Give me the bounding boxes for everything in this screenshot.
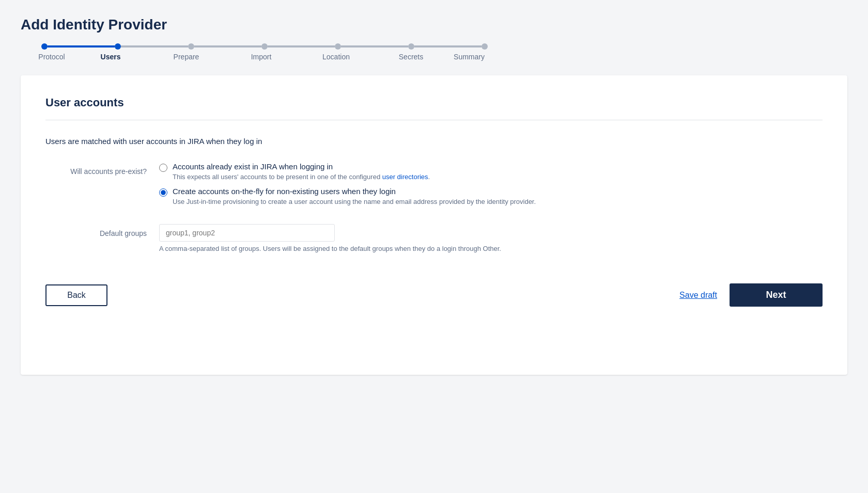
step-label-prepare: Prepare	[149, 53, 224, 61]
divider	[45, 120, 823, 120]
save-draft-button[interactable]: Save draft	[679, 285, 717, 305]
radio-option-pre-exist: Accounts already exist in JIRA when logg…	[159, 162, 823, 181]
section-title: User accounts	[45, 96, 823, 109]
radio-option-create-on-fly: Create accounts on-the-fly for non-exist…	[159, 187, 823, 205]
step-dot-summary	[482, 43, 488, 50]
default-groups-controls: A comma-separated list of groups. Users …	[159, 224, 501, 252]
step-label-secrets: Secrets	[374, 53, 448, 61]
section-description: Users are matched with user accounts in …	[45, 137, 823, 146]
step-dot-location	[335, 43, 341, 50]
radio-pre-exist-label: Accounts already exist in JIRA when logg…	[173, 162, 430, 171]
button-row: Back Save draft Next	[45, 283, 823, 307]
user-directories-link[interactable]: user directories	[382, 173, 428, 181]
step-dot-users	[115, 43, 121, 50]
default-groups-input[interactable]	[159, 224, 335, 242]
next-button[interactable]: Next	[730, 283, 823, 307]
radio-create-on-fly-label: Create accounts on-the-fly for non-exist…	[173, 187, 536, 196]
step-dot-prepare	[188, 43, 194, 50]
radio-pre-exist[interactable]	[159, 164, 167, 172]
radio-pre-exist-text: Accounts already exist in JIRA when logg…	[173, 162, 430, 181]
back-button[interactable]: Back	[45, 284, 107, 306]
step-label-protocol: Protocol	[31, 53, 72, 61]
step-label-summary: Summary	[448, 53, 490, 61]
step-dot-secrets	[408, 43, 414, 50]
radio-create-on-fly-subtext: Use Just-in-time provisioning to create …	[173, 198, 536, 205]
step-line-3	[194, 45, 261, 47]
accounts-pre-exist-row: Will accounts pre-exist? Accounts alread…	[45, 162, 823, 212]
default-groups-label: Default groups	[45, 224, 159, 237]
step-dot-import	[261, 43, 268, 50]
radio-create-on-fly[interactable]	[159, 188, 167, 197]
radio-create-on-fly-text: Create accounts on-the-fly for non-exist…	[173, 187, 536, 205]
main-card: User accounts Users are matched with use…	[21, 75, 847, 375]
step-dot-protocol	[41, 43, 48, 50]
accounts-label: Will accounts pre-exist?	[45, 162, 159, 176]
step-line-2	[121, 45, 188, 47]
step-label-users: Users	[72, 53, 149, 61]
default-groups-help: A comma-separated list of groups. Users …	[159, 245, 501, 252]
step-line-4	[268, 45, 335, 47]
default-groups-row: Default groups A comma-separated list of…	[45, 224, 823, 252]
radio-pre-exist-subtext: This expects all users' accounts to be p…	[173, 173, 430, 181]
step-line-5	[341, 45, 408, 47]
stepper: Protocol Users Prepare Import Location S…	[21, 43, 847, 61]
page-title: Add Identity Provider	[21, 17, 847, 33]
step-label-import: Import	[224, 53, 299, 61]
step-line-1	[48, 45, 115, 47]
step-line-6	[414, 45, 482, 47]
radio-group: Accounts already exist in JIRA when logg…	[159, 162, 823, 212]
step-label-location: Location	[299, 53, 374, 61]
